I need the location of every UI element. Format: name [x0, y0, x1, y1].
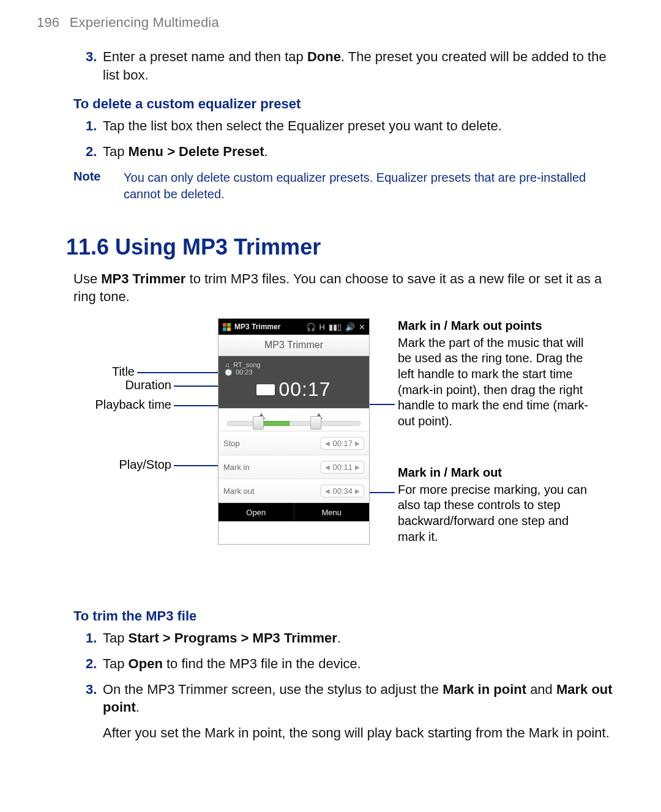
mark-out-time: 00:34 [332, 486, 353, 496]
step-number: 1. [86, 629, 103, 647]
play-stop-label: Stop [223, 439, 321, 448]
callout-mark-controls: Mark in / Mark out For more precise mark… [398, 465, 594, 545]
mark-out-label: Mark out [223, 486, 321, 496]
time-stepper[interactable]: ◀ 00:34 ▶ [321, 485, 364, 497]
signal-icon: ▮▮▯ [329, 323, 342, 331]
step-text: Tap Menu > Delete Preset. [103, 143, 624, 161]
leader-line [367, 492, 395, 493]
step-text: Enter a preset name and then tap Done. T… [103, 48, 624, 84]
procedure-heading: To trim the MP3 file [73, 608, 624, 624]
mark-in-time: 00:11 [332, 463, 353, 472]
time-stepper[interactable]: ◀ 00:17 ▶ [321, 437, 364, 450]
step-back-icon[interactable]: ◀ [324, 440, 331, 447]
sound-icon: 🔊 [345, 323, 355, 331]
callout-mark-points: Mark in / Mark out points Mark the part … [398, 318, 594, 429]
now-playing-panel: RT_song 00:23 00:17 [218, 356, 369, 408]
list-item: 1. Tap Start > Programs > MP3 Trimmer. [86, 629, 624, 647]
song-duration: 00:23 [236, 368, 253, 376]
callout-duration: Duration [92, 378, 171, 392]
list-item: 2. Tap Menu > Delete Preset. [86, 143, 624, 161]
procedure-heading: To delete a custom equalizer preset [73, 96, 624, 112]
step-back-icon[interactable]: ◀ [324, 464, 331, 471]
section-intro: Use MP3 Trimmer to trim MP3 files. You c… [73, 270, 624, 306]
note-label: Note [73, 169, 124, 203]
playback-time-display: 00:17 [225, 378, 363, 401]
softkey-bar: Open Menu [218, 503, 369, 521]
play-stop-row[interactable]: Stop ◀ 00:17 ▶ [218, 431, 369, 455]
step-text: On the MP3 Trimmer screen, use the stylu… [103, 680, 624, 717]
mark-out-row[interactable]: Mark out ◀ 00:34 ▶ [218, 479, 369, 503]
step-text: Tap Start > Programs > MP3 Trimmer. [103, 629, 624, 647]
app-title: MP3 Trimmer [234, 322, 302, 331]
list-item: 3. Enter a preset name and then tap Done… [86, 48, 624, 84]
playback-time: 00:17 [278, 378, 330, 401]
leader-line [137, 372, 229, 373]
list-item: 1. Tap the list box then select the Equa… [86, 117, 624, 135]
page-number: 196 [37, 15, 59, 30]
play-indicator-icon [256, 384, 275, 395]
stop-time: 00:17 [332, 439, 353, 448]
list-item: 2. Tap Open to find the MP3 file in the … [86, 655, 624, 673]
step-forward-icon[interactable]: ▶ [354, 440, 361, 447]
close-icon[interactable]: ✕ [359, 323, 365, 331]
slider-selection [260, 421, 290, 426]
windows-logo-icon [222, 322, 231, 331]
time-stepper[interactable]: ◀ 00:11 ▶ [321, 461, 364, 474]
screen-title: MP3 Trimmer [218, 335, 369, 356]
device-titlebar: MP3 Trimmer 🎧 H ▮▮▯ 🔊 ✕ [218, 319, 369, 335]
step-number: 3. [86, 680, 103, 717]
figure: Title Duration Playback time Play/Stop M… [55, 318, 606, 594]
step-followup: After you set the Mark in point, the son… [103, 724, 624, 742]
step-number: 3. [86, 48, 103, 84]
device-screenshot: MP3 Trimmer 🎧 H ▮▮▯ 🔊 ✕ MP3 Trimmer RT_s… [218, 318, 370, 545]
step-number: 2. [86, 655, 103, 673]
chapter-title: Experiencing Multimedia [70, 15, 219, 30]
clock-icon [225, 368, 232, 376]
step-text: Tap the list box then select the Equaliz… [103, 117, 624, 135]
leader-line [174, 465, 223, 466]
mark-in-label: Mark in [223, 463, 321, 472]
step-number: 2. [86, 143, 103, 161]
step-forward-icon[interactable]: ▶ [354, 464, 361, 471]
mark-in-row[interactable]: Mark in ◀ 00:11 ▶ [218, 455, 369, 479]
status-icons: 🎧 H ▮▮▯ 🔊 ✕ [306, 323, 365, 331]
open-button[interactable]: Open [218, 503, 294, 521]
slider-track [227, 421, 360, 426]
step-number: 1. [86, 117, 103, 135]
song-title: RT_song [233, 361, 260, 368]
headphones-icon: 🎧 [306, 323, 316, 331]
note-text: You can only delete custom equalizer pre… [124, 169, 624, 203]
music-note-icon [225, 361, 230, 368]
section-heading: 11.6 Using MP3 Trimmer [66, 234, 624, 260]
manual-page: 196 Experiencing Multimedia 3. Enter a p… [0, 0, 661, 812]
mark-out-handle[interactable] [310, 416, 321, 430]
trim-slider[interactable] [218, 408, 369, 431]
callout-playback-time: Playback time [73, 398, 171, 412]
step-back-icon[interactable]: ◀ [324, 488, 331, 494]
callout-play-stop: Play/Stop [73, 458, 171, 472]
step-text: Tap Open to find the MP3 file in the dev… [103, 655, 624, 673]
list-item: 3. On the MP3 Trimmer screen, use the st… [86, 680, 624, 717]
callout-title: Title [55, 365, 135, 379]
note-block: Note You can only delete custom equalize… [73, 169, 624, 203]
menu-button[interactable]: Menu [294, 503, 370, 521]
running-head: 196 Experiencing Multimedia [37, 15, 624, 31]
battery-h-icon: H [319, 323, 325, 331]
step-forward-icon[interactable]: ▶ [354, 488, 361, 494]
leader-line [174, 405, 223, 406]
mark-in-handle[interactable] [253, 416, 264, 430]
